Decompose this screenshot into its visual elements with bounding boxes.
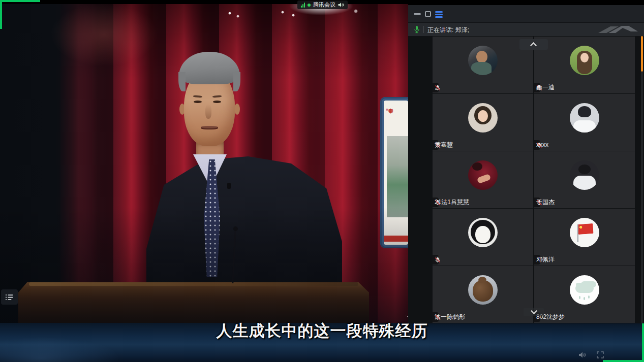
participant-name-tag: ☃ [433, 255, 439, 265]
participant-name: 于国杰 [536, 198, 555, 207]
volume-icon[interactable] [578, 351, 587, 358]
participant-avatar [468, 275, 498, 305]
speaker-eye [213, 101, 221, 103]
active-mic-icon [413, 25, 420, 34]
participant-name-tag: 桑一迪 [534, 83, 540, 92]
speaker-ear [234, 104, 240, 115]
scrollbar-thumb[interactable] [641, 36, 643, 72]
participant-name: 黄嘉慧 [435, 140, 453, 150]
layout-view-button[interactable] [435, 11, 443, 18]
participant-avatar [468, 103, 498, 133]
participant-tile[interactable]: 法一陈鹤彤 [433, 266, 533, 323]
participant-avatar [468, 46, 498, 75]
speaker-icon[interactable] [338, 2, 344, 8]
participant-avatar [570, 160, 599, 190]
scrollbar-track[interactable] [641, 36, 643, 323]
chevron-up-icon [530, 42, 537, 49]
participant-avatar [570, 46, 599, 75]
speaker-brow [212, 95, 222, 97]
scroll-up-button[interactable] [519, 39, 548, 50]
screenshare-border-right [642, 323, 644, 362]
participant-name: 桑一迪 [536, 83, 555, 92]
studio-tv-photo [387, 136, 408, 217]
caption-settings-button[interactable] [1, 289, 18, 305]
app-name: 腾讯会议 [313, 1, 335, 9]
chevron-down-icon [531, 308, 537, 314]
participant-name: xxxx [536, 140, 548, 150]
participant-tile[interactable]: 黄嘉慧 [433, 94, 533, 151]
participant-avatar [468, 160, 498, 190]
participant-tile[interactable]: 于国杰 [534, 151, 635, 208]
signal-bars-icon [301, 3, 305, 8]
screenshare-border-left [0, 0, 2, 29]
studio-tv-screen: “奉 [380, 97, 408, 248]
participant-name-tag: 法一陈鹤彤 [433, 312, 439, 322]
panel-titlebar [408, 5, 644, 22]
podium [18, 282, 369, 325]
lapel-mic [227, 183, 231, 189]
participant-tile[interactable]: 桑一迪 [534, 37, 635, 93]
list-icon [5, 293, 14, 301]
participant-grid: 。 桑一迪 黄嘉慧 [408, 36, 644, 323]
participant-name: 21法1吕慧慧 [435, 198, 469, 207]
studio-tv-text: “奉 [386, 108, 406, 115]
participant-name-tag: 邓佩洋 [534, 255, 540, 265]
speaking-now-text: 正在讲话: 郑泽; [427, 26, 469, 35]
participant-name-tag: 。 [433, 83, 439, 92]
screenshare-border-top [0, 0, 40, 2]
screen: “奉 [0, 0, 644, 362]
player-controls [578, 351, 604, 358]
studio-tv-redband [384, 236, 408, 242]
fullscreen-icon[interactable] [597, 351, 604, 358]
participant-name-tag: 黄嘉慧 [433, 140, 439, 150]
maximize-button[interactable] [425, 11, 431, 17]
main-video-studio: “奉 [0, 4, 408, 325]
participant-name: ☃ [435, 255, 440, 265]
video-subtitle: 人生成长中的这一段特殊经历 [0, 320, 644, 342]
meeting-panel: 正在讲话: 郑泽; 。 桑一迪 [408, 5, 644, 323]
participant-name: 邓佩洋 [536, 255, 555, 265]
speaking-bar: 正在讲话: 郑泽; [408, 23, 644, 36]
participant-tile[interactable]: 21法1吕慧慧 [433, 151, 533, 208]
studio-tv-content: “奉 [384, 101, 408, 245]
minimize-button[interactable] [414, 13, 421, 15]
green-status-dot-icon [308, 4, 311, 7]
participant-name-tag: 于国杰 [534, 198, 540, 207]
speaker-hair [179, 52, 240, 84]
participant-name-tag: xxxx [534, 140, 540, 150]
participant-name: 。 [435, 83, 441, 92]
divider [423, 26, 424, 33]
participant-tile[interactable]: 。 [433, 37, 533, 93]
participant-tile[interactable]: 邓佩洋 [534, 209, 635, 266]
participant-avatar [570, 218, 599, 247]
participant-tile[interactable]: xxxx [534, 94, 635, 151]
speaker-nose [205, 105, 211, 119]
meeting-status-pill[interactable]: 腾讯会议 [297, 1, 348, 9]
screenshare-border-bottom [603, 360, 644, 362]
scroll-down-button[interactable] [524, 308, 544, 316]
participant-name-tag: 21法1吕慧慧 [433, 198, 439, 207]
participant-avatar [570, 103, 599, 133]
participant-tile[interactable]: ☃ [433, 209, 533, 266]
participant-avatar [468, 218, 498, 247]
speaker-eye [194, 101, 202, 103]
speaker-mouth [201, 126, 218, 129]
speaker-brow [193, 95, 202, 97]
ribbon-decoration [597, 24, 639, 35]
participant-avatar [570, 275, 599, 305]
participant-tile[interactable]: 802沈梦梦 [534, 266, 635, 323]
participant-name: 法一陈鹤彤 [435, 312, 465, 322]
